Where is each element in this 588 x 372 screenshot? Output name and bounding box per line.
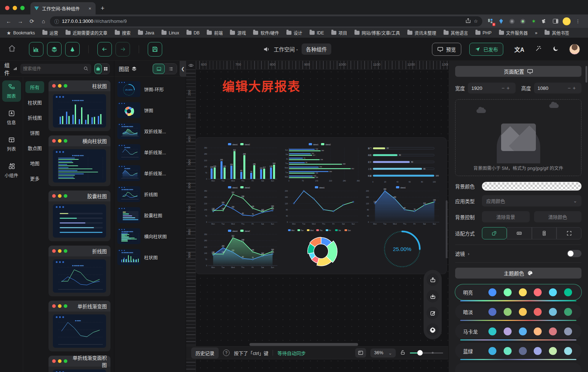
bookmark-item[interactable]: 前端	[204, 30, 226, 36]
fit-width-button[interactable]	[507, 227, 532, 239]
browser-menu-icon[interactable]: ⋮	[574, 18, 581, 25]
zoom-window-button[interactable]	[20, 6, 25, 10]
dashboard-board[interactable]: data1data2070140210280350120200150807011…	[196, 138, 446, 274]
fit-height-button[interactable]	[532, 227, 557, 239]
new-tab-button[interactable]: +	[96, 5, 110, 14]
translate-icon[interactable]: 文A	[514, 45, 524, 54]
dark-mode-moon-icon[interactable]	[553, 45, 559, 53]
background-upload-dropzone[interactable]: 背景图需小于 5M，格式为 png/jpg/gif 的文件	[455, 99, 581, 176]
bookmark-item[interactable]: 文件服务器	[496, 30, 531, 36]
extension-grid-icon[interactable]: 9	[487, 18, 494, 25]
close-tab-icon[interactable]: ×	[88, 6, 92, 11]
layers-panel-toggle-button[interactable]	[47, 42, 62, 57]
layer-item[interactable]: 25.00% 饼图-环形	[117, 81, 183, 97]
bookmark-item[interactable]: 其他语言	[441, 30, 471, 36]
nav-item-charts[interactable]: 图表	[2, 80, 21, 102]
component-card[interactable]: 横向柱状图	[49, 135, 110, 186]
settings-scrollbar[interactable]	[585, 66, 587, 83]
layer-item[interactable]: 饼图	[117, 102, 183, 118]
zoom-select[interactable]: 36% ⌄	[370, 348, 396, 358]
share-icon[interactable]	[466, 18, 471, 24]
category-item[interactable]: 所有	[25, 81, 44, 93]
chart-double-line-gradient[interactable]: data1data2070140210280350120200150807011…	[200, 228, 280, 270]
layer-item[interactable]: 双折线渐...	[117, 123, 183, 139]
bookmark-item[interactable]: IDE	[307, 30, 327, 35]
extension-star-icon[interactable]: ✶	[530, 18, 537, 25]
bookmark-item[interactable]: 设计	[284, 30, 305, 36]
export-icon[interactable]	[427, 273, 439, 286]
bookmark-item[interactable]: 其他书签	[542, 30, 572, 36]
fit-scale-button[interactable]	[482, 227, 507, 239]
thumbnail-view-button[interactable]	[153, 64, 165, 74]
nav-item-info[interactable]: 信息	[2, 107, 21, 128]
canvas-area[interactable]: 6007008009001000110012001300 20030040050…	[186, 61, 448, 372]
category-item[interactable]: 散点图	[25, 142, 44, 154]
reload-icon[interactable]: ⟳	[27, 16, 37, 26]
workspace-name[interactable]: 各种组件	[302, 43, 331, 55]
bookmark-item[interactable]: 项目	[328, 30, 350, 36]
chart-panel-toggle-button[interactable]	[29, 42, 43, 57]
minimize-window-button[interactable]	[13, 6, 17, 10]
bookmark-item[interactable]: »	[532, 30, 541, 35]
ruler-eye-icon[interactable]	[186, 61, 196, 70]
theme-row[interactable]: 暗淡	[455, 304, 581, 319]
layer-item[interactable]: 单折线渐...	[117, 144, 183, 160]
bookmark-item[interactable]: 资讯未整理	[404, 30, 439, 36]
layer-item[interactable]: 折线图	[117, 186, 183, 202]
bookmark-item[interactable]: Linux	[159, 30, 182, 35]
collapse-layers-icon[interactable]: ❮	[180, 61, 186, 77]
chart-capsule[interactable]: 厦门20南阳40北京60上海80新疆100020406080100	[362, 141, 442, 184]
component-card[interactable]: 折线图	[49, 246, 110, 296]
zoom-slider[interactable]	[410, 352, 443, 354]
window-controls[interactable]	[0, 6, 30, 14]
bookmark-item[interactable]: DB	[184, 30, 203, 35]
forward-icon[interactable]: →	[15, 16, 25, 26]
extension-dot-icon[interactable]	[519, 18, 526, 25]
home-icon[interactable]	[8, 45, 16, 54]
chart-line-gradient-area[interactable]: data1040801201602001202001508070110130Mo…	[362, 184, 442, 227]
big-screen-title-text[interactable]: 编辑大屏报表	[222, 77, 301, 95]
layer-item[interactable]: 横向柱状图	[117, 228, 183, 244]
extension-circle-icon[interactable]	[508, 18, 516, 25]
browser-profile-avatar[interactable]	[563, 17, 571, 25]
clear-background-button[interactable]: 清除背景	[482, 211, 530, 222]
height-plus-button[interactable]: +	[573, 85, 578, 91]
import-icon[interactable]	[427, 290, 439, 302]
bookmark-item[interactable]: PHP	[472, 30, 495, 35]
filter-toggle[interactable]	[567, 250, 581, 257]
bookmark-item[interactable]: 近期需要读的文章	[63, 30, 110, 36]
bookmark-item[interactable]: 网站/博客/文章/工具	[352, 30, 403, 36]
user-avatar[interactable]	[569, 44, 580, 55]
close-window-button[interactable]	[5, 6, 9, 10]
category-item[interactable]: 折线图	[25, 112, 44, 124]
preview-button[interactable]: 预览	[432, 43, 461, 56]
extension-drop-icon[interactable]	[497, 18, 505, 25]
chart-horizontal-bar[interactable]: data1data2070140210280350120200150807011…	[281, 141, 361, 184]
chart-bar[interactable]: data1data2070140210280350120200150807011…	[200, 141, 280, 184]
chart-pie[interactable]: MonTueWedThuFriSatSun	[281, 228, 361, 270]
category-item[interactable]: 地图	[25, 157, 44, 169]
puzzle-icon[interactable]	[541, 18, 548, 25]
side-panel-icon[interactable]	[552, 18, 559, 25]
theme-row[interactable]: 明亮	[455, 284, 581, 300]
layer-item[interactable]: 柱状图	[117, 249, 183, 265]
nav-item-widgets[interactable]: 小组件	[2, 160, 21, 181]
back-icon[interactable]: ←	[4, 16, 14, 26]
save-button[interactable]	[148, 42, 162, 57]
bookmark-item[interactable]: Java	[135, 30, 157, 35]
category-item[interactable]: 更多	[25, 172, 44, 184]
canvas-vertical-scrollbar[interactable]	[446, 200, 448, 258]
chart-ring[interactable]: 25.00%	[362, 228, 442, 270]
bookmark-item[interactable]: 软件/硬件	[250, 30, 282, 36]
history-button[interactable]: 历史记录	[191, 347, 219, 359]
search-input[interactable]	[23, 66, 81, 71]
chart-line-gradient[interactable]: data104080120160200MonTueWedThuFriSatSun	[281, 184, 361, 227]
category-item[interactable]: 饼图	[25, 127, 44, 139]
undo-button[interactable]	[97, 42, 112, 57]
width-input[interactable]: 1920 −+	[468, 83, 516, 93]
help-icon[interactable]: ?	[223, 350, 230, 356]
browser-home-icon[interactable]: ⌂	[38, 16, 49, 26]
fit-fullscreen-button[interactable]	[556, 227, 581, 239]
layer-item[interactable]: 单折线渐...	[117, 165, 183, 181]
browser-tab[interactable]: 工作空间-各种组件 ×	[30, 2, 96, 14]
